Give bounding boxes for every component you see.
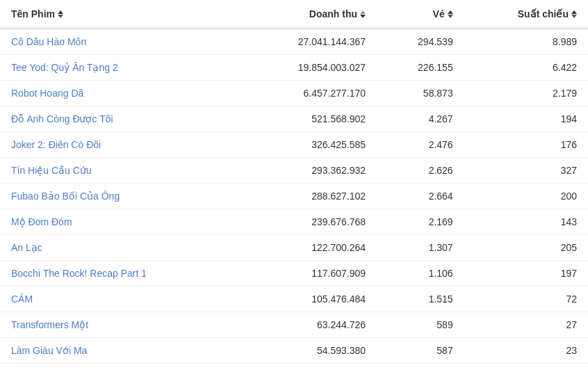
cell-ten-phim[interactable]: Tín Hiệu Cầu Cứu: [0, 158, 240, 184]
table-row: Mộ Đom Đóm239.676.7682.169143: [0, 209, 588, 235]
cell-doanh-thu: 63.244.726: [240, 312, 377, 338]
movie-link[interactable]: Tee Yod: Quỷ Ăn Tạng 2: [11, 62, 118, 73]
cell-suat-chieu: 327: [464, 158, 588, 184]
movie-link[interactable]: Robot Hoang Dã: [11, 88, 83, 99]
cell-ve: 294.539: [377, 29, 464, 55]
table-row: Bocchi The Rock! Recap Part 1117.607.909…: [0, 261, 588, 287]
sort-icon-doanh-thu: [360, 10, 366, 18]
movie-link[interactable]: CÁM: [11, 293, 33, 305]
cell-ten-phim[interactable]: CÁM: [0, 287, 240, 312]
movie-table-container: Tên Phim Doanh thu: [0, 0, 588, 364]
movie-link[interactable]: Fubao Bảo Bối Của Ông: [11, 191, 120, 202]
col-label-ten-phim: Tên Phim: [11, 8, 55, 19]
cell-doanh-thu: 117.607.909: [240, 261, 377, 287]
movie-link[interactable]: Bocchi The Rock! Recap Part 1: [11, 268, 147, 279]
cell-ten-phim[interactable]: Làm Giàu Với Ma: [0, 338, 240, 364]
cell-doanh-thu: 293.362.932: [240, 158, 377, 184]
cell-suat-chieu: 197: [464, 261, 588, 287]
cell-ve: 587: [377, 338, 464, 364]
cell-ve: 2.626: [377, 158, 464, 184]
table-row: Joker 2: Điên Có Đôi326.425.5852.476176: [0, 132, 588, 158]
cell-doanh-thu: 239.676.768: [240, 209, 377, 235]
sort-icon-ten-phim: [58, 10, 63, 18]
col-sort-doanh-thu[interactable]: Doanh thu: [309, 8, 366, 19]
cell-doanh-thu: 19.854.003.027: [240, 55, 377, 81]
table-row: Tee Yod: Quỷ Ăn Tạng 219.854.003.027226.…: [0, 55, 588, 81]
cell-doanh-thu: 521.568.902: [240, 106, 377, 132]
movie-link[interactable]: An Lạc: [11, 242, 42, 253]
col-header-ten-phim[interactable]: Tên Phim: [0, 0, 240, 29]
cell-doanh-thu: 105.476.484: [240, 287, 377, 312]
cell-ve: 1.307: [377, 235, 464, 261]
table-header-row: Tên Phim Doanh thu: [0, 0, 588, 29]
cell-ve: 2.664: [377, 184, 464, 209]
col-header-doanh-thu[interactable]: Doanh thu: [240, 0, 377, 29]
cell-ve: 2.169: [377, 209, 464, 235]
cell-ve: 1.106: [377, 261, 464, 287]
cell-ve: 58.873: [377, 81, 464, 106]
cell-ve: 1.515: [377, 287, 464, 312]
cell-ve: 226.155: [377, 55, 464, 81]
cell-ten-phim[interactable]: An Lạc: [0, 235, 240, 261]
cell-suat-chieu: 194: [464, 106, 588, 132]
col-sort-suat-chieu[interactable]: Suất chiếu: [518, 8, 577, 19]
cell-ve: 589: [377, 312, 464, 338]
col-header-ve[interactable]: Vé: [377, 0, 464, 29]
col-label-doanh-thu: Doanh thu: [309, 8, 357, 19]
movie-link[interactable]: Transformers Một: [11, 319, 88, 330]
table-row: Làm Giàu Với Ma54.593.38058723: [0, 338, 588, 364]
sort-icon-ve: [448, 10, 453, 18]
cell-ten-phim[interactable]: Mộ Đom Đóm: [0, 209, 240, 235]
cell-ten-phim[interactable]: Đỗ Anh Còng Được Tôi: [0, 106, 240, 132]
col-sort-ve[interactable]: Vé: [433, 8, 453, 19]
table-row: CÁM105.476.4841.51572: [0, 287, 588, 312]
cell-suat-chieu: 205: [464, 235, 588, 261]
cell-doanh-thu: 6.457.277.170: [240, 81, 377, 106]
cell-ten-phim[interactable]: Transformers Một: [0, 312, 240, 338]
cell-ten-phim[interactable]: Tee Yod: Quỷ Ăn Tạng 2: [0, 55, 240, 81]
movie-link[interactable]: Tín Hiệu Cầu Cứu: [11, 165, 92, 176]
cell-suat-chieu: 200: [464, 184, 588, 209]
col-label-ve: Vé: [433, 8, 445, 19]
cell-ten-phim[interactable]: Bocchi The Rock! Recap Part 1: [0, 261, 240, 287]
cell-suat-chieu: 6.422: [464, 55, 588, 81]
table-row: Robot Hoang Dã6.457.277.17058.8732.179: [0, 81, 588, 106]
table-row: An Lạc122.700.2641.307205: [0, 235, 588, 261]
cell-suat-chieu: 176: [464, 132, 588, 158]
movie-link[interactable]: Mộ Đom Đóm: [11, 216, 72, 227]
table-body: Cô Dâu Hào Môn27.041.144.367294.5398.989…: [0, 29, 588, 364]
cell-suat-chieu: 27: [464, 312, 588, 338]
movie-link[interactable]: Cô Dâu Hào Môn: [11, 36, 86, 47]
movie-link[interactable]: Làm Giàu Với Ma: [11, 345, 87, 356]
cell-doanh-thu: 288.627.102: [240, 184, 377, 209]
movie-link[interactable]: Joker 2: Điên Có Đôi: [11, 139, 101, 150]
cell-doanh-thu: 326.425.585: [240, 132, 377, 158]
cell-ten-phim[interactable]: Cô Dâu Hào Môn: [0, 29, 240, 55]
movie-link[interactable]: Đỗ Anh Còng Được Tôi: [11, 113, 113, 124]
cell-ten-phim[interactable]: Joker 2: Điên Có Đôi: [0, 132, 240, 158]
cell-ve: 4.267: [377, 106, 464, 132]
cell-suat-chieu: 2.179: [464, 81, 588, 106]
cell-suat-chieu: 72: [464, 287, 588, 312]
sort-icon-suat-chieu: [571, 10, 577, 18]
cell-doanh-thu: 122.700.264: [240, 235, 377, 261]
cell-ten-phim[interactable]: Robot Hoang Dã: [0, 81, 240, 106]
col-label-suat-chieu: Suất chiếu: [518, 8, 569, 19]
cell-ve: 2.476: [377, 132, 464, 158]
table-row: Transformers Một63.244.72658927: [0, 312, 588, 338]
col-header-suat-chieu[interactable]: Suất chiếu: [464, 0, 588, 29]
table-row: Đỗ Anh Còng Được Tôi521.568.9024.267194: [0, 106, 588, 132]
movie-table: Tên Phim Doanh thu: [0, 0, 588, 364]
cell-ten-phim[interactable]: Fubao Bảo Bối Của Ông: [0, 184, 240, 209]
table-row: Fubao Bảo Bối Của Ông288.627.1022.664200: [0, 184, 588, 209]
cell-suat-chieu: 143: [464, 209, 588, 235]
table-row: Cô Dâu Hào Môn27.041.144.367294.5398.989: [0, 29, 588, 55]
cell-suat-chieu: 23: [464, 338, 588, 364]
col-sort-ten-phim[interactable]: Tên Phim: [11, 8, 63, 19]
cell-doanh-thu: 27.041.144.367: [240, 29, 377, 55]
cell-suat-chieu: 8.989: [464, 29, 588, 55]
cell-doanh-thu: 54.593.380: [240, 338, 377, 364]
table-row: Tín Hiệu Cầu Cứu293.362.9322.626327: [0, 158, 588, 184]
